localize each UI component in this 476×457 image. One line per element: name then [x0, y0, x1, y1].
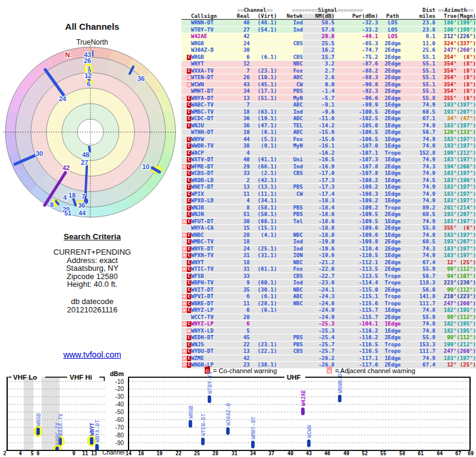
co-channel-legend-text: = Co-channel warning [213, 367, 277, 374]
table-row: WTNH-DT10(8.1)ABC-15.6-106.52Edge56.7120… [181, 129, 476, 136]
channel-label: 48 [82, 151, 89, 158]
channel-label: 36 [137, 75, 145, 82]
station-marker [339, 395, 342, 402]
vhf-corner [104, 377, 105, 381]
co-channel-badge: C [187, 349, 191, 354]
dbm-tick-label: -10 [115, 378, 124, 385]
station-callsign-label: WRGB [188, 405, 194, 418]
co-channel-badge: C [187, 219, 191, 224]
channel-label: 7 [82, 193, 85, 200]
adjacent-channel-badge: a [187, 328, 191, 334]
table-row: WMHT-DT34(17.1)PBS-1.4-92.32Edge55.1354°… [181, 88, 476, 95]
channel-tick-label: 55 [380, 450, 386, 456]
channel-tick-label: 22 [176, 450, 181, 456]
channel-tick-label: 40 [287, 450, 293, 456]
table-row: aWNYX-LD5-25.3-116.21Edge74.8182°(195°) [181, 327, 476, 334]
channel-tick-label: 2 [3, 450, 6, 456]
station-callsign-label: W42AE [300, 390, 306, 406]
table-row: aCWPVI-DT6(6.1)ABC-24.3-115.1Tropo141.82… [181, 293, 476, 301]
channel-label: 44 [79, 209, 86, 217]
vhf-top-border [45, 377, 67, 378]
co-channel-badge: C [187, 143, 191, 149]
station-marker [252, 441, 255, 448]
adjacent-channel-legend-text: = Adjacent channel warning [335, 367, 415, 374]
table-row: aCWNYZ-LP6-25.3-104.11Edge74.8182°(195°) [181, 321, 476, 328]
db-datecode-block: db datecode 201210261116 [0, 298, 184, 314]
co-channel-badge: C [187, 356, 191, 361]
adjacent-channel-badge: a [182, 301, 186, 306]
station-marker [37, 428, 40, 435]
table-row: WTBY-TV27(54.1)Ind57.6-33.2LOS23.8186°(1… [181, 26, 476, 33]
adjacent-channel-badge: a [182, 233, 186, 238]
table-row: CWVIT-DT35(30.1)NBC-24.1-115.02Edge56.09… [181, 286, 476, 293]
channel-label: 24 [59, 95, 67, 102]
channel-tick-label: 11 [82, 450, 88, 456]
table-row: CWACP4-16.2-107.1Tropo152.8199°(212°) [181, 149, 476, 156]
dbm-tick-label: -60 [115, 417, 124, 423]
co-channel-badge: C [187, 280, 191, 286]
co-channel-badge: C [187, 96, 191, 101]
adjacent-channel-badge: a [182, 246, 186, 252]
channel-tick-label: 13 [91, 450, 97, 456]
search-criteria-block: Search Criteria CURRENT+PENDING Address:… [0, 232, 184, 289]
co-channel-badge: C [187, 335, 191, 340]
adjacent-channel-legend-letter: a [328, 368, 331, 374]
channel-tick-label: 25 [194, 450, 200, 456]
table-row: W42AE4229.8-49.1LOS9.1212°(226°) [181, 33, 476, 40]
channel-label: 30 [36, 150, 43, 157]
channel-tick-label: 64 [437, 450, 443, 456]
station-marker [227, 427, 230, 434]
signal-strength-chart: -10-20-30-40-50-60-70-80-90dBmVHF LoVHF … [0, 364, 476, 457]
table-row: aCWBRE-DT11(28.1)NBC-24.8-115.6Tropo111.… [181, 300, 476, 307]
vhf-left-border [7, 377, 8, 450]
co-channel-badge: C [187, 212, 191, 217]
table-row: CWCBS-DT33(2.1)CBS-17.0-107.81Edge74.918… [181, 170, 476, 177]
table-row: CWNJU36(47.1)TEL-14.2-105.01Edge74.9183°… [181, 122, 476, 129]
table-row: CWNYT18NBC-21.2-112.12Edge67.412°(25°) [181, 259, 476, 266]
channel-label: 18 [68, 192, 76, 199]
station-marker [308, 440, 311, 447]
channel-tick-label: 52 [362, 450, 368, 456]
table-row: CWFSB33CBS-22.7-113.5Tropo56.794°(107°) [181, 273, 476, 280]
dbm-tick-label: -50 [115, 409, 124, 415]
search-height: Height: 40.0 ft. [0, 280, 184, 289]
co-channel-badge: C [187, 157, 191, 162]
adjacent-channel-badge: a [187, 82, 191, 87]
search-mode: CURRENT+PENDING [0, 248, 184, 256]
channel-tick-label: 37 [268, 450, 274, 456]
vhf-lo-label: VHF Lo [13, 374, 37, 381]
site-link-wrap: www.tvfool.com [0, 350, 184, 359]
table-row: aWTEN-DT26(10.1)ABC2.6-88.32Edge55.1354°… [181, 74, 476, 82]
adjacent-channel-badge: a [182, 349, 186, 354]
tvfool-link[interactable]: www.tvfool.com [63, 350, 121, 359]
co-channel-badge: C [187, 123, 191, 129]
co-channel-badge: C [187, 253, 191, 258]
dbm-tick-label: -80 [115, 432, 124, 439]
azimuth-polar-plot: N.43267126362430424827104187829513644 [0, 17, 184, 223]
channel-tick-label: 9 [72, 450, 75, 456]
co-channel-badge: C [187, 274, 191, 279]
table-row: CWNYW44(5.1)Fox-15.6-106.51Edge74.9183°(… [181, 136, 476, 143]
band-gap-shading [24, 377, 33, 450]
table-row: WNYA-CA15(15.1)-18.8-109.62Edge55.8355°(… [181, 225, 476, 232]
station-marker [202, 438, 205, 445]
channel-label: 4 [63, 194, 67, 201]
table-row: aCWTIC-TV31(61.1)Fox-22.6-113.52Edge55.9… [181, 266, 476, 273]
vhf-hi-label: VHF Hi [70, 374, 92, 381]
table-row: CWPIX11(11.1)CW-17.4-108.31Edge74.9183°(… [181, 190, 476, 198]
channel-axis-label: Channel [102, 449, 124, 456]
co-channel-badge: C [187, 260, 191, 265]
channel-tick-label: 69 [468, 450, 474, 456]
co-channel-badge: C [187, 205, 191, 211]
channel-tick-label: 67 [455, 450, 461, 456]
table-row: CWRGB6(6.1)CBS15.7-75.22Edge55.1354°(8°) [181, 54, 476, 61]
table-row: CWKOB-LD2(42.1)-17.3-108.21Edge74.5183°(… [181, 177, 476, 184]
co-channel-badge: C [187, 164, 191, 170]
table-row: CWCDC-DT36(19.1)ABC-11.6-102.52Edge67.13… [181, 115, 476, 123]
station-callsign-label: WRNN-DT [337, 370, 343, 393]
station-marker [90, 437, 93, 445]
channel-tick-label: 34 [250, 450, 256, 456]
dbm-tick-label: -70 [115, 424, 124, 431]
co-channel-badge: C [187, 198, 191, 204]
table-row: CWEDH-DT45PBS-25.4-116.22Edge55.999°(112… [181, 334, 476, 342]
